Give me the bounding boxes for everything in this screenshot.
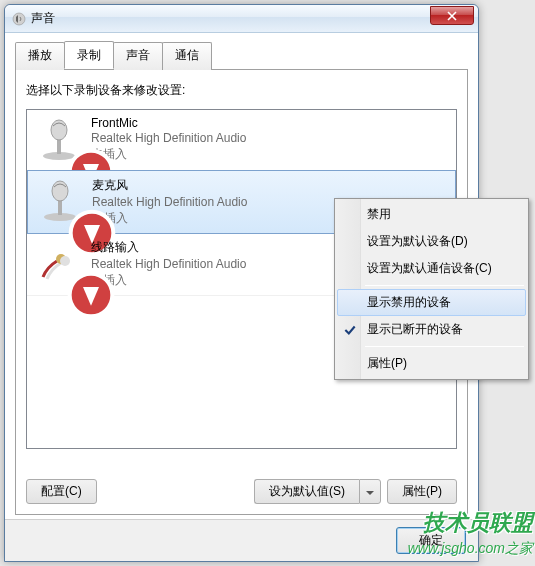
window-title: 声音 (31, 10, 55, 27)
chevron-down-icon (366, 491, 374, 496)
bottom-button-row: 配置(C) 设为默认值(S) 属性(P) (26, 479, 457, 504)
close-icon (447, 11, 457, 21)
menu-show-disconnected[interactable]: 显示已断开的设备 (337, 316, 526, 343)
microphone-icon (36, 177, 84, 225)
set-default-button[interactable]: 设为默认值(S) (254, 479, 359, 504)
instruction-text: 选择以下录制设备来修改设置: (26, 82, 457, 99)
device-name: FrontMic (91, 116, 448, 130)
menu-separator (365, 285, 524, 286)
menu-set-default[interactable]: 设置为默认设备(D) (337, 228, 526, 255)
device-desc: Realtek High Definition Audio (91, 131, 448, 145)
unplugged-icon (67, 148, 85, 166)
device-name: 麦克风 (92, 177, 447, 194)
microphone-icon (35, 116, 83, 164)
menu-separator (365, 346, 524, 347)
device-status: 未插入 (91, 146, 448, 163)
unplugged-icon (68, 209, 86, 227)
set-default-split: 设为默认值(S) (254, 479, 381, 504)
svg-point-10 (60, 256, 70, 266)
check-icon (343, 323, 357, 337)
configure-button[interactable]: 配置(C) (26, 479, 97, 504)
watermark-url: www.jsgho.com之家 (408, 540, 533, 558)
tab-recording[interactable]: 录制 (64, 41, 114, 69)
device-item[interactable]: FrontMic Realtek High Definition Audio 未… (27, 110, 456, 171)
menu-set-default-comm[interactable]: 设置为默认通信设备(C) (337, 255, 526, 282)
menu-properties[interactable]: 属性(P) (337, 350, 526, 377)
tab-sounds[interactable]: 声音 (113, 42, 163, 70)
unplugged-icon (67, 271, 85, 289)
context-menu: 禁用 设置为默认设备(D) 设置为默认通信设备(C) 显示禁用的设备 显示已断开… (334, 198, 529, 380)
menu-disable[interactable]: 禁用 (337, 201, 526, 228)
svg-point-0 (13, 13, 25, 25)
set-default-dropdown[interactable] (359, 479, 381, 504)
titlebar: 声音 (5, 5, 478, 33)
tab-playback[interactable]: 播放 (15, 42, 65, 70)
properties-button[interactable]: 属性(P) (387, 479, 457, 504)
tab-communications[interactable]: 通信 (162, 42, 212, 70)
watermark: 技术员联盟 (423, 508, 533, 538)
menu-show-disabled[interactable]: 显示禁用的设备 (337, 289, 526, 316)
device-info: FrontMic Realtek High Definition Audio 未… (91, 116, 448, 164)
line-in-icon (35, 239, 83, 287)
close-button[interactable] (430, 6, 474, 25)
sound-icon (11, 11, 27, 27)
tab-strip: 播放 录制 声音 通信 (15, 41, 468, 70)
menu-label: 显示已断开的设备 (367, 322, 463, 336)
